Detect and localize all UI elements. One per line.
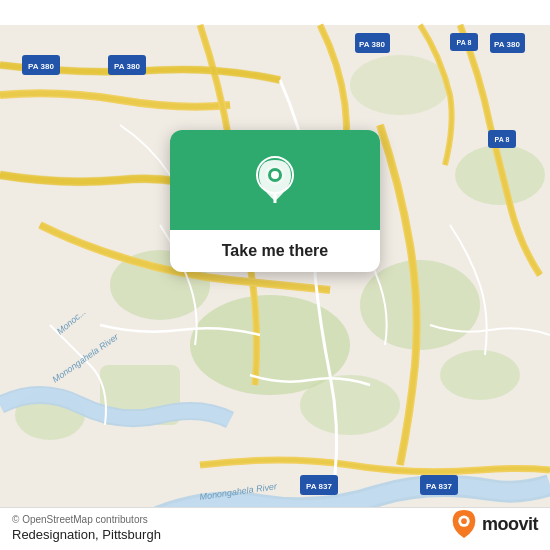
- svg-point-9: [350, 55, 450, 115]
- svg-text:PA 380: PA 380: [28, 62, 54, 71]
- moovit-pin-icon: [450, 508, 478, 540]
- location-pin-icon: [253, 155, 297, 205]
- svg-text:PA 8: PA 8: [457, 39, 472, 46]
- map-background: PA 380 PA 380 PA 380 PA 380 PA 8 PA 8 PA…: [0, 0, 550, 550]
- card-top-section: [170, 130, 380, 230]
- svg-text:PA 8: PA 8: [495, 136, 510, 143]
- svg-rect-0: [0, 25, 550, 525]
- svg-text:PA 380: PA 380: [114, 62, 140, 71]
- svg-point-4: [300, 375, 400, 435]
- svg-point-33: [271, 171, 279, 179]
- svg-text:PA 380: PA 380: [359, 40, 385, 49]
- svg-text:PA 837: PA 837: [426, 482, 452, 491]
- svg-point-6: [440, 350, 520, 400]
- map-container: PA 380 PA 380 PA 380 PA 380 PA 8 PA 8 PA…: [0, 0, 550, 550]
- moovit-logo: moovit: [450, 508, 538, 540]
- card-bottom-section: Take me there: [170, 230, 380, 272]
- svg-point-35: [461, 518, 467, 524]
- svg-text:PA 380: PA 380: [494, 40, 520, 49]
- location-card: Take me there: [170, 130, 380, 272]
- svg-text:PA 837: PA 837: [306, 482, 332, 491]
- moovit-text: moovit: [482, 514, 538, 535]
- take-me-there-button[interactable]: Take me there: [222, 242, 328, 260]
